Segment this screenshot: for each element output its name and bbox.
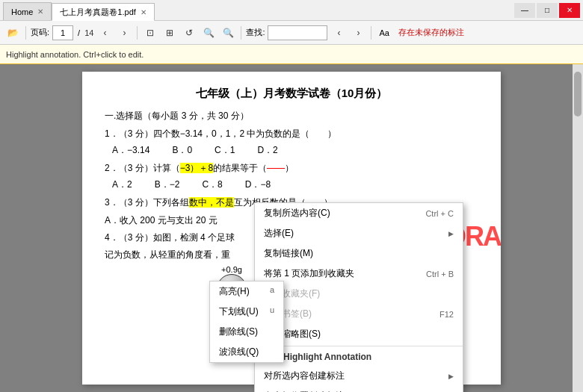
menu-create-annotation[interactable]: 对所选内容创建标注 (255, 366, 463, 386)
zoom-out-button[interactable]: 🔍 (200, 25, 217, 41)
search-prev-button[interactable]: ‹ (330, 25, 347, 41)
annotation-bar: Highlight annotation. Ctrl+click to edit… (0, 45, 583, 64)
q2-highlight1: −3）＋ (180, 163, 209, 173)
q2-options: A．2 B．−2 C．8 D．−8 (105, 178, 478, 191)
annotation-message: Highlight annotation. Ctrl+click to edit… (6, 50, 144, 59)
menu-edit-highlight[interactable]: Edit Highlight Annotation (255, 348, 463, 366)
main-area: 七年级（上）月考数学试卷（10月份） 一.选择题（每小题 3 分，共 30 分）… (0, 64, 583, 392)
page-total: 14 (84, 28, 93, 37)
tab-bar: Home ✕ 七上月考真题卷1.pdf ✕ (3, 0, 155, 20)
minimize-button[interactable]: — (514, 3, 535, 18)
submenu-underline[interactable]: 下划线(U) u (210, 302, 283, 322)
fit-page-button[interactable]: ⊡ (142, 25, 158, 41)
separator-4 (371, 26, 371, 40)
annotation-submenu: 高亮(H) a 下划线(U) u 删除线(S) 波浪线(Q) (209, 281, 284, 363)
close-button[interactable]: ✕ (559, 3, 580, 18)
submenu-squiggly[interactable]: 波浪线(Q) (210, 342, 283, 362)
rotate-button[interactable]: ↺ (181, 25, 197, 41)
next-page-button[interactable]: › (116, 25, 132, 41)
tab-home-label: Home (11, 7, 33, 16)
question-2: 2．（3 分）计算（−3）＋8的结果等于（——） (105, 161, 478, 175)
search-label: 查找: (246, 27, 265, 38)
separator-3 (241, 26, 241, 40)
tab-home[interactable]: Home ✕ (3, 2, 52, 20)
tab-pdf-close[interactable]: ✕ (141, 8, 146, 16)
maximize-button[interactable]: □ (537, 3, 558, 18)
window-controls: — □ ✕ (514, 3, 580, 18)
separator-1 (25, 26, 26, 40)
menu-show-thumbnails[interactable]: 显示缩略图(S) (255, 324, 463, 344)
font-size-button[interactable]: Aa (376, 28, 392, 37)
page-number-input[interactable] (52, 25, 73, 40)
ball1-label: +0.9g (221, 265, 242, 274)
open-file-button[interactable]: 📂 (4, 25, 21, 41)
scrollbar[interactable] (573, 64, 583, 392)
submenu-strikethrough[interactable]: 删除线(S) (210, 322, 283, 342)
tab-home-close[interactable]: ✕ (37, 7, 43, 16)
scrollbar-thumb[interactable] (574, 72, 582, 116)
menu-create-at-cursor[interactable]: 在光标位置创建标注(U) (255, 386, 463, 392)
prev-page-button[interactable]: ‹ (96, 25, 113, 41)
page-label: 页码: (31, 27, 49, 38)
menu-show-bookmarks[interactable]: 显示收藏夹(F) (255, 284, 463, 304)
question-1: 1．（3 分）四个数−3.14，0，1，2 中为负数的是（ ） (105, 127, 478, 141)
menu-select[interactable]: 选择(E) (255, 223, 463, 243)
q1-options: A．−3.14 B．0 C．1 D．2 (105, 144, 478, 157)
search-next-button[interactable]: › (350, 25, 366, 41)
q3-highlight: 数中，不是 (189, 197, 234, 208)
menu-copy-link[interactable]: 复制链接(M) (255, 243, 463, 264)
menu-add-bookmark[interactable]: 将第 1 页添加到收藏夹 Ctrl + B (255, 264, 463, 284)
tab-pdf-label: 七上月考真题卷1.pdf (60, 7, 135, 18)
toolbar: 📂 页码: / 14 ‹ › ⊡ ⊞ ↺ 🔍 🔍 查找: ‹ › Aa 存在未保… (0, 21, 583, 45)
search-input[interactable] (268, 25, 327, 40)
context-menu: 复制所选内容(C) Ctrl + C 选择(E) 复制链接(M) 将第 1 页添… (254, 202, 463, 392)
pdf-title: 七年级（上）月考数学试卷（10月份） (105, 87, 478, 101)
menu-copy[interactable]: 复制所选内容(C) Ctrl + C (255, 203, 463, 223)
menu-sep-1 (255, 346, 463, 346)
submenu-highlight[interactable]: 高亮(H) a (210, 281, 283, 302)
section-header: 一.选择题（每小题 3 分，共 30 分） (105, 110, 478, 122)
tab-pdf[interactable]: 七上月考真题卷1.pdf ✕ (52, 3, 154, 21)
fit-width-button[interactable]: ⊞ (161, 25, 178, 41)
separator-2 (137, 26, 138, 40)
titlebar: Home ✕ 七上月考真题卷1.pdf ✕ — □ ✕ (0, 0, 583, 21)
menu-show-outline[interactable]: 显示书签(B) F12 (255, 304, 463, 324)
page-separator: / (78, 28, 80, 37)
zoom-in-button[interactable]: 🔍 (220, 25, 236, 41)
unsaved-label: 存在未保存的标注 (398, 27, 464, 38)
